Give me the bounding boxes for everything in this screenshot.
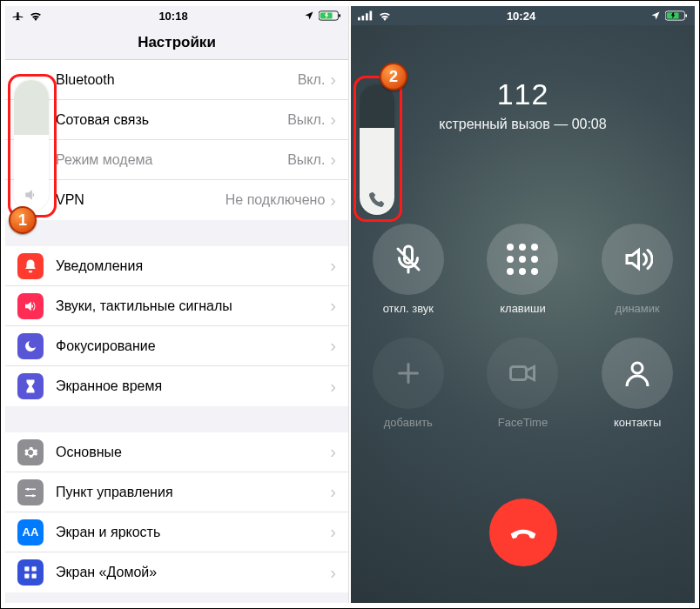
phone-icon xyxy=(368,191,386,208)
svg-rect-12 xyxy=(362,16,365,20)
svg-rect-13 xyxy=(366,13,368,20)
svg-rect-9 xyxy=(24,574,29,579)
settings-scroll[interactable]: Bluetooth Вкл. › Сотовая связь Выкл. › Р… xyxy=(5,60,348,592)
svg-rect-18 xyxy=(511,367,527,380)
screenshot-call: 10:24 112 кстренный вызов — 00:08 откл. … xyxy=(351,6,695,603)
location-icon xyxy=(304,10,314,21)
svg-rect-17 xyxy=(685,14,687,17)
chevron-right-icon: › xyxy=(330,191,336,211)
hourglass-icon xyxy=(17,373,44,399)
svg-rect-8 xyxy=(32,566,37,571)
callout-badge: 1 xyxy=(9,206,37,234)
callout-badge: 2 xyxy=(380,63,407,90)
battery-icon xyxy=(665,10,688,21)
row-focus[interactable]: Фокусирование › xyxy=(5,326,348,366)
chevron-right-icon: › xyxy=(330,482,336,502)
svg-rect-6 xyxy=(25,495,36,497)
row-hotspot[interactable]: Режим модема Выкл. › xyxy=(5,140,348,180)
signal-icon xyxy=(358,10,374,21)
svg-rect-7 xyxy=(24,566,29,571)
call-subtitle: кстренный вызов — 00:08 xyxy=(351,117,695,132)
row-control-center[interactable]: Пункт управления › xyxy=(5,472,348,512)
end-call-button[interactable] xyxy=(489,499,557,566)
bell-icon xyxy=(17,253,44,279)
chevron-right-icon: › xyxy=(330,296,336,316)
volume-hud xyxy=(360,84,394,215)
airplane-icon xyxy=(12,10,24,22)
battery-icon xyxy=(319,10,341,21)
row-display[interactable]: AA Экран и яркость › xyxy=(5,512,348,552)
chevron-right-icon: › xyxy=(330,150,336,170)
contacts-button[interactable] xyxy=(602,338,673,409)
row-screentime[interactable]: Экранное время › xyxy=(5,366,348,406)
status-bar: 10:18 xyxy=(5,6,348,25)
chevron-right-icon: › xyxy=(330,336,336,356)
chevron-right-icon: › xyxy=(330,442,336,462)
chevron-right-icon: › xyxy=(330,110,336,130)
status-time: 10:24 xyxy=(507,10,535,23)
mute-button[interactable] xyxy=(373,224,444,295)
chevron-right-icon: › xyxy=(330,522,336,542)
row-cellular[interactable]: Сотовая связь Выкл. › xyxy=(5,100,348,140)
settings-group-notifications: Уведомления › Звуки, тактильные сигналы … xyxy=(5,246,348,406)
row-bluetooth[interactable]: Bluetooth Вкл. › xyxy=(5,60,348,100)
call-button-grid: откл. звук клавиши динамик добавить Face… xyxy=(351,224,695,429)
settings-title: Настройки xyxy=(5,25,348,60)
gear-icon xyxy=(17,439,44,465)
chevron-right-icon: › xyxy=(330,377,336,397)
row-homescreen[interactable]: Экран «Домой» › xyxy=(5,552,348,592)
text-size-icon: AA xyxy=(17,519,44,545)
keypad-button[interactable] xyxy=(487,224,558,295)
speaker-muted-icon xyxy=(23,186,40,204)
row-sounds[interactable]: Звуки, тактильные сигналы › xyxy=(5,286,348,326)
status-bar: 10:24 xyxy=(351,6,695,25)
screenshot-settings: 10:18 Настройки Bluetooth Вкл. › Сотовая… xyxy=(5,6,349,603)
status-time: 10:18 xyxy=(158,10,187,23)
sliders-icon xyxy=(17,479,44,505)
wifi-icon xyxy=(29,10,43,21)
chevron-right-icon: › xyxy=(330,563,336,583)
svg-rect-4 xyxy=(25,488,36,490)
row-general[interactable]: Основные › xyxy=(5,432,348,472)
phone-down-icon xyxy=(507,516,540,549)
chevron-right-icon: › xyxy=(330,256,336,276)
svg-point-19 xyxy=(632,363,643,373)
moon-icon xyxy=(17,333,44,359)
svg-rect-10 xyxy=(32,574,37,579)
location-icon xyxy=(650,10,661,21)
svg-rect-11 xyxy=(358,17,360,21)
svg-rect-2 xyxy=(339,14,340,17)
svg-rect-14 xyxy=(370,11,373,21)
facetime-button[interactable] xyxy=(487,338,558,409)
grid-icon xyxy=(17,559,44,586)
row-notifications[interactable]: Уведомления › xyxy=(5,246,348,286)
settings-group-general: Основные › Пункт управления › AA Экран и… xyxy=(5,432,348,592)
settings-group-connectivity: Bluetooth Вкл. › Сотовая связь Выкл. › Р… xyxy=(5,60,348,220)
chevron-right-icon: › xyxy=(330,70,336,90)
volume-hud xyxy=(14,80,49,211)
speaker-icon xyxy=(17,293,44,319)
row-vpn[interactable]: VPN Не подключено › xyxy=(5,180,348,220)
speaker-button[interactable] xyxy=(602,224,673,295)
wifi-icon xyxy=(378,10,392,21)
add-call-button[interactable] xyxy=(373,338,444,409)
